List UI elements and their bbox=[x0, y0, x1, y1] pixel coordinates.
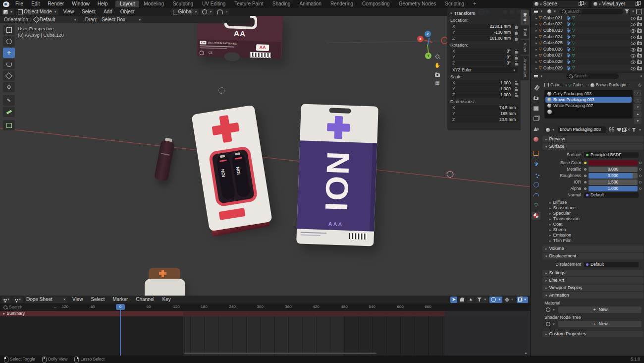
outliner-row[interactable]: ▸▽Cube.029▽ bbox=[531, 65, 644, 71]
base-color-swatch[interactable] bbox=[589, 160, 638, 166]
lock-icon[interactable] bbox=[515, 63, 518, 65]
scale-x-field[interactable]: X1.000 bbox=[450, 80, 518, 86]
breadcrumb-data[interactable]: Cube... bbox=[573, 83, 586, 87]
outliner-display-mode[interactable]: ▼ bbox=[533, 8, 544, 15]
hide-icon[interactable] bbox=[631, 53, 636, 58]
subsection-specular[interactable]: ▸Specular bbox=[544, 211, 642, 216]
lock-icon[interactable] bbox=[515, 26, 518, 29]
disable-render-icon[interactable] bbox=[637, 42, 642, 45]
zoom-view-icon[interactable] bbox=[433, 53, 442, 60]
workspace-tab-modeling[interactable]: Modeling bbox=[139, 0, 168, 7]
workspace-tab-texture-paint[interactable]: Texture Paint bbox=[230, 0, 268, 7]
tab-scene-props[interactable] bbox=[532, 125, 540, 133]
subsection-subsurface[interactable]: ▸Subsurface bbox=[544, 205, 642, 211]
slot-white[interactable]: White Packaging.007 bbox=[545, 103, 632, 109]
tab-item[interactable]: Item bbox=[521, 10, 529, 24]
summary-keys-strip[interactable] bbox=[183, 311, 444, 316]
workspace-tab-compositing[interactable]: Compositing bbox=[358, 0, 394, 7]
editor-type-button[interactable]: ▼ bbox=[2, 297, 11, 303]
add-workspace-button[interactable]: + bbox=[469, 0, 481, 7]
tab-particles-props[interactable] bbox=[532, 170, 540, 178]
timeline-scrollbar[interactable] bbox=[184, 353, 376, 354]
gizmo-y-axis[interactable]: Y bbox=[425, 53, 431, 59]
blender-logo-icon[interactable] bbox=[3, 1, 9, 7]
menu-channel[interactable]: Channel bbox=[133, 297, 157, 302]
tab-output-props[interactable] bbox=[532, 104, 540, 112]
dimensions-z-field[interactable]: Z20.5 mm bbox=[450, 117, 518, 122]
outliner-row[interactable]: ▸▽Cube.022▽ bbox=[531, 21, 644, 28]
snap-toggle[interactable]: ▼ bbox=[215, 9, 229, 15]
mode-selector[interactable]: Object Mode▼ bbox=[16, 9, 58, 15]
timeline-ruler[interactable]: Search↔ -120 -60 60 120 180 240 300 360 … bbox=[0, 303, 530, 311]
viewlayer-selector[interactable]: ▾ ViewLayer bbox=[591, 1, 641, 7]
scene-selector[interactable]: ▾ Scene × bbox=[533, 1, 589, 7]
tool-rotate[interactable] bbox=[3, 59, 15, 69]
snap-toggle[interactable]: ▼ bbox=[504, 297, 515, 303]
rotation-y-field[interactable]: Y0° bbox=[450, 55, 518, 60]
remove-slot-button[interactable]: − bbox=[634, 97, 642, 103]
displacement-selector[interactable]: Default bbox=[584, 262, 639, 267]
drag-selector[interactable]: Select Box▼ bbox=[100, 16, 143, 23]
location-y-field[interactable]: Y-130 mm bbox=[450, 30, 518, 35]
section-custom-properties[interactable]: ▸Custom Properties bbox=[542, 331, 644, 337]
unlink-scene-icon[interactable]: × bbox=[584, 1, 587, 6]
add-slot-button[interactable]: ＋ bbox=[634, 90, 642, 96]
pan-view-icon[interactable]: ✋ bbox=[433, 61, 442, 69]
dimensions-x-field[interactable]: X74.5 mm bbox=[450, 105, 518, 111]
ior-slider[interactable]: 1.500 bbox=[589, 180, 638, 185]
playhead-line[interactable] bbox=[120, 310, 121, 356]
slot-specials-button[interactable]: ▾ bbox=[634, 104, 642, 110]
properties-options-icon[interactable]: ▾ bbox=[640, 74, 642, 78]
outliner-row[interactable]: ▸▽Cube.021▽ bbox=[531, 15, 644, 21]
outliner-row[interactable]: ▸▽Cube.027▽ bbox=[531, 53, 644, 59]
rotation-mode-selector[interactable]: XYZ Euler▼ bbox=[450, 67, 518, 73]
new-collection-icon[interactable] bbox=[636, 9, 642, 14]
disable-render-icon[interactable] bbox=[637, 29, 642, 33]
disable-render-icon[interactable] bbox=[637, 23, 642, 26]
properties-editor-type[interactable]: ▼ bbox=[533, 73, 544, 79]
section-volume[interactable]: ▸Volume bbox=[542, 245, 644, 252]
slot-grey[interactable]: Grey Packaging.003 bbox=[545, 91, 632, 97]
new-shader-action-button[interactable]: ＋New bbox=[558, 321, 642, 327]
disable-render-icon[interactable] bbox=[637, 48, 642, 52]
action-browse-button[interactable]: ▼ bbox=[544, 321, 557, 327]
animate-dot[interactable] bbox=[639, 175, 642, 177]
proportional-edit-toggle[interactable]: ▼ bbox=[489, 297, 502, 303]
move-slot-down-button[interactable]: ▼ bbox=[634, 118, 642, 124]
rotation-x-field[interactable]: X0° bbox=[450, 49, 518, 54]
keyframe-area-outside-range[interactable] bbox=[343, 316, 444, 356]
disable-render-icon[interactable] bbox=[637, 60, 642, 64]
3d-cursor[interactable] bbox=[446, 171, 454, 178]
workspace-tab-rendering[interactable]: Rendering bbox=[326, 0, 358, 7]
workspace-tab-layout[interactable]: Layout bbox=[115, 0, 139, 7]
properties-search[interactable]: Search bbox=[566, 73, 619, 79]
show-hidden-toggle[interactable] bbox=[459, 297, 466, 303]
outliner-row[interactable]: ▸▽Cube.024▽ bbox=[531, 34, 644, 40]
alpha-slider[interactable]: 1.000 bbox=[589, 186, 638, 191]
tab-tool[interactable]: Tool bbox=[521, 25, 529, 39]
outliner-row[interactable]: ▸▽Cube.026▽ bbox=[531, 46, 644, 53]
material-name-field[interactable]: Brown Packaging.003 bbox=[558, 126, 606, 133]
loose-battery[interactable] bbox=[154, 140, 175, 182]
keyframe-area-far[interactable] bbox=[444, 316, 530, 356]
surface-shader-selector[interactable]: Principled BSDF bbox=[584, 152, 639, 158]
dope-sheet-search[interactable]: Search↔ bbox=[1, 304, 59, 310]
workspace-tab-animation[interactable]: Animation bbox=[295, 0, 325, 7]
section-surface[interactable]: ▾Surface bbox=[542, 143, 644, 150]
hide-icon[interactable] bbox=[631, 22, 636, 27]
metallic-slider[interactable]: 0.000 bbox=[589, 167, 638, 172]
workspace-tab-shading[interactable]: Shading bbox=[268, 0, 295, 7]
tool-annotate[interactable]: ✎ bbox=[3, 95, 15, 106]
menu-marker[interactable]: Marker bbox=[109, 297, 131, 302]
dimensions-y-field[interactable]: Y165 mm bbox=[450, 111, 518, 117]
hide-icon[interactable] bbox=[631, 34, 636, 39]
tool-measure[interactable] bbox=[3, 107, 15, 117]
menu-help[interactable]: Help bbox=[94, 1, 112, 6]
lock-icon[interactable] bbox=[515, 51, 518, 54]
browse-material-button[interactable]: ▼ bbox=[544, 126, 556, 133]
subsection-coat[interactable]: ▸Coat bbox=[544, 222, 642, 227]
copy-keyframes-button[interactable]: ▼ bbox=[517, 297, 528, 303]
only-errors-toggle[interactable]: ▲ bbox=[467, 297, 474, 303]
subsection-transmission[interactable]: ▸Transmission bbox=[544, 216, 642, 222]
animate-dot[interactable] bbox=[639, 181, 642, 183]
